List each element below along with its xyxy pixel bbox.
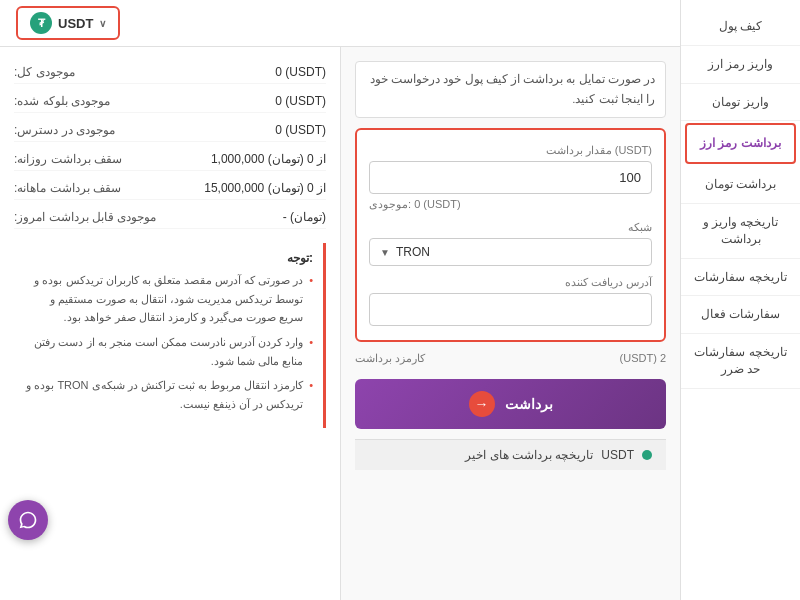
currency-selector[interactable]: ∨ USDT ₮ — [16, 6, 120, 40]
fee-label: کارمزد برداشت — [355, 352, 425, 365]
sidebar-item-toman-deposit[interactable]: واریز تومان — [681, 84, 800, 122]
usdt-icon: ₮ — [30, 12, 52, 34]
withdraw-button[interactable]: برداشت → — [355, 379, 666, 429]
currency-name-label: USDT — [58, 16, 93, 31]
main-content: ∨ USDT ₮ در صورت تمایل به برداشت از کیف … — [0, 0, 680, 600]
sidebar-item-crypto-deposit[interactable]: واریز رمز ارز — [681, 46, 800, 84]
chevron-down-icon: ∨ — [99, 18, 106, 29]
sidebar-item-wallet[interactable]: کیف پول — [681, 8, 800, 46]
amount-field-group: (USDT) مقدار برداشت (USDT) 0 :موجودی — [369, 144, 652, 211]
sidebar-item-toman-withdrawal[interactable]: برداشت تومان — [681, 166, 800, 204]
withdraw-button-label: برداشت — [505, 396, 553, 412]
amount-label: (USDT) مقدار برداشت — [369, 144, 652, 157]
info-row-monthly-limit-value: 15,000,000 از 0 (تومان) — [204, 181, 326, 195]
info-row-blocked-value: 0 (USDT) — [275, 94, 326, 108]
usdt-dot-icon — [642, 450, 652, 460]
sidebar-item-active-orders[interactable]: سفارشات فعال — [681, 296, 800, 334]
network-select[interactable]: ▼ TRON — [369, 238, 652, 266]
sidebar: کیف پول واریز رمز ارز واریز تومان برداشت… — [680, 0, 800, 600]
sidebar-item-history[interactable]: تاریخچه واریز و برداشت — [681, 204, 800, 259]
fee-row: 2 (USDT) کارمزد برداشت — [355, 352, 666, 365]
history-label: تاریخچه برداشت های اخیر — [465, 448, 593, 462]
info-row-available-label: موجودی در دسترس: — [14, 123, 115, 137]
sidebar-item-crypto-withdrawal[interactable]: برداشت رمز ارز — [685, 123, 796, 164]
arrow-icon: → — [469, 391, 495, 417]
notice-title: :توجه — [24, 251, 313, 265]
sidebar-item-orders-history[interactable]: تاریخچه سفارشات — [681, 259, 800, 297]
notice-item-3: کارمزد انتقال مربوط به ثبت تراکنش در شبک… — [24, 376, 313, 413]
address-input[interactable] — [369, 293, 652, 326]
withdrawal-panel: در صورت تمایل به برداشت از کیف پول خود د… — [340, 47, 680, 600]
info-row-today-available-value: - (تومان) — [283, 210, 326, 224]
info-row-total-label: موجودی کل: — [14, 65, 75, 79]
address-label: آدرس دریافت کننده — [369, 276, 652, 289]
info-row-monthly-limit: 15,000,000 از 0 (تومان) سقف برداشت ماهان… — [14, 177, 326, 200]
info-row-total: 0 (USDT) موجودی کل: — [14, 61, 326, 84]
info-banner: در صورت تمایل به برداشت از کیف پول خود د… — [355, 61, 666, 118]
amount-input[interactable] — [369, 161, 652, 194]
notice-item-1: در صورتی که آدرس مقصد متعلق به کاربران ت… — [24, 271, 313, 327]
address-field-group: آدرس دریافت کننده — [369, 276, 652, 326]
history-bar: USDT تاریخچه برداشت های اخیر — [355, 439, 666, 470]
network-value: TRON — [396, 245, 430, 259]
currency-selector-bar: ∨ USDT ₮ — [0, 0, 680, 47]
info-row-blocked: 0 (USDT) موجودی بلوکه شده: — [14, 90, 326, 113]
info-row-monthly-limit-label: سقف برداشت ماهانه: — [14, 181, 121, 195]
info-row-blocked-label: موجودی بلوکه شده: — [14, 94, 110, 108]
info-row-today-available: - (تومان) موجودی قابل برداشت امروز: — [14, 206, 326, 229]
info-table: 0 (USDT) موجودی کل: 0 (USDT) موجودی بلوک… — [14, 61, 326, 229]
fee-value: 2 (USDT) — [620, 352, 666, 365]
sidebar-item-limit-orders[interactable]: تاریخچه سفارشات حد ضرر — [681, 334, 800, 389]
history-currency: USDT — [601, 448, 634, 462]
info-row-available-value: 0 (USDT) — [275, 123, 326, 137]
network-chevron-icon: ▼ — [380, 247, 390, 258]
info-row-daily-limit: 1,000,000 از 0 (تومان) سقف برداشت روزانه… — [14, 148, 326, 171]
body-area: در صورت تمایل به برداشت از کیف پول خود د… — [0, 47, 680, 600]
notice-item-2: وارد کردن آدرس نادرست ممکن است منجر به ا… — [24, 333, 313, 370]
notice-box: :توجه در صورتی که آدرس مقصد متعلق به کار… — [14, 243, 326, 428]
info-row-available: 0 (USDT) موجودی در دسترس: — [14, 119, 326, 142]
network-label: شبکه — [369, 221, 652, 234]
support-icon — [18, 510, 38, 530]
notice-list: در صورتی که آدرس مقصد متعلق به کاربران ت… — [24, 271, 313, 414]
info-row-daily-limit-value: 1,000,000 از 0 (تومان) — [211, 152, 326, 166]
info-row-total-value: 0 (USDT) — [275, 65, 326, 79]
support-button[interactable] — [8, 500, 48, 540]
info-row-daily-limit-label: سقف برداشت روزانه: — [14, 152, 122, 166]
network-field-group: شبکه ▼ TRON — [369, 221, 652, 266]
withdrawal-form-box: (USDT) مقدار برداشت (USDT) 0 :موجودی شبک… — [355, 128, 666, 342]
balance-label: (USDT) 0 :موجودی — [369, 198, 652, 211]
info-panel: 0 (USDT) موجودی کل: 0 (USDT) موجودی بلوک… — [0, 47, 340, 600]
info-row-today-available-label: موجودی قابل برداشت امروز: — [14, 210, 156, 224]
